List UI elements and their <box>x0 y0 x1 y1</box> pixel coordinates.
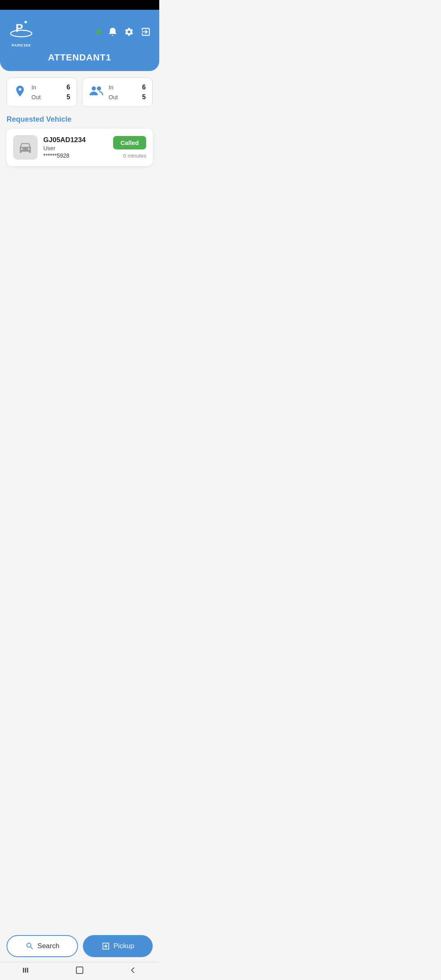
header-top: P PARK360 <box>8 16 151 47</box>
vehicle-user: User <box>43 145 107 151</box>
bell-icon-button[interactable] <box>108 27 118 37</box>
main-content: In 6 Out 5 In <box>0 71 159 173</box>
users-stat-card: In 6 Out 5 <box>82 78 153 107</box>
stats-row: In 6 Out 5 In <box>7 78 153 107</box>
park360-logo-icon: P <box>8 16 34 42</box>
bell-icon <box>108 27 118 37</box>
location-in-label: In <box>31 84 36 91</box>
vehicle-card: GJ05AD1234 User ******5928 Called 0 minu… <box>7 129 153 166</box>
status-dot <box>96 29 101 34</box>
called-button[interactable]: Called <box>113 136 146 149</box>
location-out-label: Out <box>31 94 41 100</box>
users-in-value: 6 <box>142 84 146 91</box>
location-pin-icon <box>13 85 27 100</box>
attendant-title: ATTENDANT1 <box>8 52 151 71</box>
location-out-value: 5 <box>67 94 70 101</box>
svg-point-3 <box>91 86 96 90</box>
users-stat-details: In 6 Out 5 <box>109 84 146 101</box>
vehicle-icon-container <box>13 135 38 160</box>
time-label: 0 minutes <box>123 153 146 159</box>
vehicle-phone: ******5928 <box>43 152 107 159</box>
logo: P PARK360 <box>8 16 34 47</box>
header: P PARK360 <box>0 10 159 71</box>
vehicle-plate: GJ05AD1234 <box>43 136 107 144</box>
svg-point-4 <box>97 86 101 90</box>
location-stat-details: In 6 Out 5 <box>31 84 70 101</box>
logout-icon-button[interactable] <box>140 27 151 37</box>
location-in-value: 6 <box>67 84 70 91</box>
users-in-label: In <box>109 84 114 91</box>
users-out-value: 5 <box>142 94 146 101</box>
car-icon <box>18 140 33 155</box>
svg-point-2 <box>24 21 27 23</box>
vehicle-info: GJ05AD1234 User ******5928 <box>43 136 107 159</box>
vehicle-right: Called 0 minutes <box>113 136 146 159</box>
location-out-row: Out 5 <box>31 94 70 101</box>
svg-text:P: P <box>16 22 23 34</box>
users-icon <box>89 85 104 100</box>
requested-vehicle-title: Requested Vehicle <box>7 115 153 124</box>
settings-icon-button[interactable] <box>124 27 134 37</box>
settings-icon <box>124 27 134 37</box>
users-out-row: Out 5 <box>109 94 146 101</box>
users-out-label: Out <box>109 94 118 100</box>
location-in-row: In 6 <box>31 84 70 91</box>
status-bar <box>0 0 159 10</box>
users-in-row: In 6 <box>109 84 146 91</box>
header-icons <box>96 27 151 37</box>
location-stat-card: In 6 Out 5 <box>7 78 77 107</box>
logout-icon <box>140 27 151 37</box>
app-name: PARK360 <box>12 43 31 47</box>
